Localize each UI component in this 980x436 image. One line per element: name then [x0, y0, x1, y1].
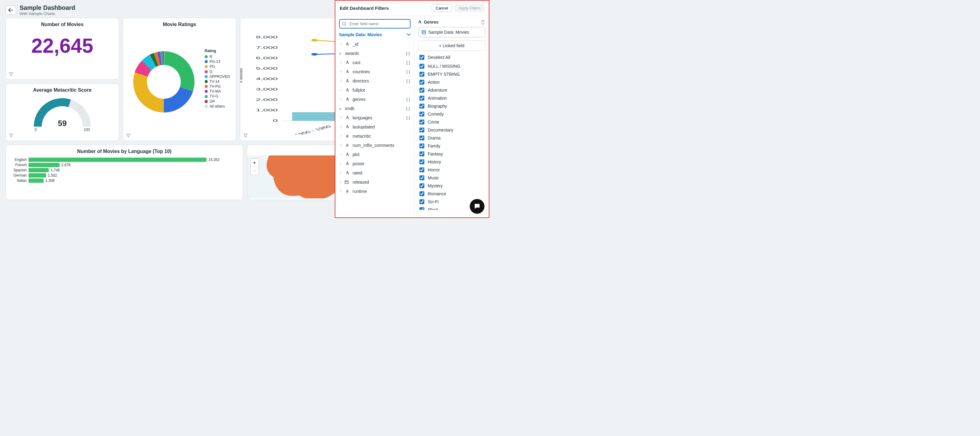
- field-item[interactable]: ⠿#runtime: [339, 187, 410, 196]
- filter-icon[interactable]: [126, 133, 130, 138]
- help-chat-button[interactable]: [470, 199, 484, 214]
- filter-icon[interactable]: [9, 133, 13, 138]
- type-string-icon: A: [345, 124, 350, 129]
- option-checkbox[interactable]: [420, 199, 424, 204]
- field-search-input[interactable]: [349, 21, 407, 26]
- filter-option[interactable]: Adventure: [418, 87, 485, 94]
- option-checkbox[interactable]: [420, 175, 424, 180]
- field-item[interactable]: ⠿A_id: [339, 40, 410, 49]
- filter-icon[interactable]: [243, 133, 248, 138]
- filter-option[interactable]: NULL / MISSING: [418, 63, 485, 70]
- drag-handle-icon: ⠿: [340, 43, 342, 46]
- field-item[interactable]: ⠿Aplot: [339, 150, 410, 159]
- card-bar-languages[interactable]: Number of Movies by Language (Top 10) En…: [6, 145, 243, 200]
- delete-filter-button[interactable]: [481, 20, 485, 25]
- gauge-max: 100: [84, 128, 90, 132]
- field-type-badge: [ ]: [407, 79, 410, 83]
- field-item[interactable]: ⠿Acast[ ]: [339, 58, 410, 67]
- card-kpi-number-of-movies[interactable]: Number of Movies 22,645: [6, 18, 119, 80]
- option-checkbox[interactable]: [420, 143, 424, 148]
- cancel-button[interactable]: Cancel: [432, 4, 452, 12]
- option-checkbox[interactable]: [420, 128, 424, 132]
- option-checkbox[interactable]: [420, 167, 424, 172]
- field-search[interactable]: [339, 19, 410, 29]
- field-item[interactable]: ⠿Acountries[ ]: [339, 67, 410, 76]
- field-name: _id: [353, 42, 358, 47]
- field-item[interactable]: ⠿Arated: [339, 168, 410, 178]
- filter-option[interactable]: Romance: [418, 190, 485, 197]
- field-item[interactable]: ⠿#metacritic: [339, 132, 410, 141]
- option-label: Horror: [428, 167, 440, 172]
- option-checkbox[interactable]: [420, 88, 424, 93]
- filter-option[interactable]: Music: [418, 174, 485, 181]
- drag-handle-icon: ⠿: [340, 144, 342, 147]
- option-checkbox[interactable]: [420, 151, 424, 156]
- deselect-all-checkbox[interactable]: [420, 55, 424, 60]
- option-checkbox[interactable]: [420, 72, 424, 77]
- option-checkbox[interactable]: [420, 136, 424, 140]
- filter-option[interactable]: Action: [418, 79, 485, 86]
- filter-option[interactable]: Documentary: [418, 127, 485, 133]
- filter-option[interactable]: Comedy: [418, 111, 485, 117]
- option-checkbox[interactable]: [420, 80, 424, 85]
- option-checkbox[interactable]: [420, 159, 424, 164]
- linked-field-button[interactable]: + Linked field: [418, 40, 485, 51]
- lang-bar-row: English15,352: [10, 158, 239, 162]
- field-type-badge: [ ]: [407, 60, 410, 65]
- field-name: released: [353, 180, 369, 185]
- map-zoom-out-button[interactable]: −: [251, 167, 259, 175]
- drag-handle-icon: ⠿: [340, 135, 342, 138]
- back-button[interactable]: [6, 6, 16, 15]
- field-item[interactable]: ⠿Afullplot: [339, 86, 410, 95]
- svg-text:1950 - 1960: 1950 - 1960: [293, 124, 332, 135]
- field-item[interactable]: ▸awards{ }: [339, 49, 410, 58]
- legend-item: TV-PG: [205, 84, 230, 89]
- type-string-icon: A: [345, 161, 350, 166]
- type-string-icon: A: [345, 60, 350, 65]
- legend-item: TV-MA: [205, 89, 230, 94]
- field-item[interactable]: ⠿released: [339, 178, 410, 187]
- option-checkbox[interactable]: [420, 191, 424, 196]
- field-item[interactable]: ⠿Adirectors[ ]: [339, 76, 410, 86]
- field-item[interactable]: ⠿Alastupdated: [339, 122, 410, 132]
- type-string-icon: A: [345, 78, 350, 83]
- section-toggle[interactable]: Sample Data: Movies: [339, 32, 410, 40]
- field-item[interactable]: ⠿Alanguages[ ]: [339, 113, 410, 122]
- option-checkbox[interactable]: [420, 183, 424, 188]
- filter-option[interactable]: Biography: [418, 103, 485, 109]
- map-zoom-in-button[interactable]: +: [251, 159, 259, 167]
- option-checkbox[interactable]: [420, 120, 424, 124]
- filter-icon[interactable]: [9, 72, 13, 76]
- filter-option[interactable]: Family: [418, 143, 485, 149]
- chevron-right-icon: ▸: [340, 107, 343, 111]
- field-item[interactable]: ⠿#num_mflix_comments: [339, 141, 410, 150]
- field-item[interactable]: ⠿Aposter: [339, 159, 410, 168]
- card-gauge-metacritic[interactable]: Average Metacritic Score 59 0 100: [6, 83, 119, 141]
- field-item[interactable]: ▸imdb{ }: [339, 104, 410, 113]
- field-item[interactable]: ⠿Agenres[ ]: [339, 95, 410, 104]
- apply-filters-button[interactable]: Apply Filters: [454, 4, 484, 12]
- option-checkbox[interactable]: [420, 112, 424, 117]
- option-label: Fantasy: [428, 151, 443, 156]
- drag-handle-icon: ⠿: [340, 181, 342, 184]
- filter-option[interactable]: Mystery: [418, 182, 485, 189]
- field-type-badge: { }: [406, 51, 410, 55]
- filter-option[interactable]: Horror: [418, 166, 485, 173]
- filter-option[interactable]: EMPTY STRING: [418, 71, 485, 78]
- filter-option[interactable]: History: [418, 159, 485, 165]
- svg-point-20: [311, 39, 318, 41]
- option-checkbox[interactable]: [420, 207, 424, 210]
- legend-item: GP: [205, 99, 230, 104]
- data-source-pill[interactable]: Sample Data: Movies: [418, 27, 485, 37]
- filter-option[interactable]: Crime: [418, 119, 485, 125]
- lang-bar-row: Italian1,308: [10, 178, 239, 183]
- field-name: fullplot: [353, 88, 365, 93]
- card-donut-movie-ratings[interactable]: Movie Ratings: [123, 18, 236, 141]
- filter-option[interactable]: Drama: [418, 135, 485, 141]
- option-checkbox[interactable]: [420, 96, 424, 101]
- filter-option[interactable]: Fantasy: [418, 151, 485, 157]
- option-checkbox[interactable]: [420, 104, 424, 109]
- option-checkbox[interactable]: [420, 64, 424, 69]
- svg-text:7,000: 7,000: [256, 46, 278, 50]
- filter-option[interactable]: Animation: [418, 95, 485, 101]
